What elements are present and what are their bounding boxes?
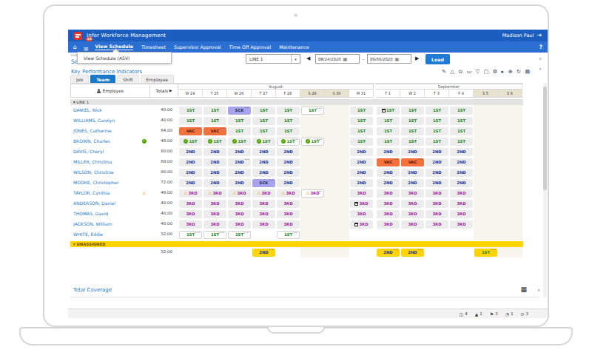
shift-cell-1st[interactable]: 1ST (377, 138, 400, 146)
employee-name-link[interactable]: WILSON, Christine (70, 167, 138, 178)
shift-cell-2nd[interactable]: 2ND (277, 169, 300, 177)
employee-name-link[interactable]: THOMAS, David (70, 209, 138, 219)
date-from-input[interactable]: 08/24/2020 ▦ (315, 54, 360, 64)
employee-name-link[interactable]: JACKSON, William (70, 219, 138, 229)
shift-cell-1st[interactable]: 1ST··· (179, 231, 202, 239)
shift-cell-2nd[interactable]: 2ND··· (401, 249, 424, 257)
alert-icon[interactable]: △ (450, 69, 454, 75)
view-schedule-dropdown-option[interactable]: View Schedule (ASV) (77, 52, 172, 64)
print-icon[interactable]: ▤ (525, 69, 530, 75)
shift-cell-3rd[interactable]: 3RD (377, 189, 400, 198)
shift-cell-1st[interactable]: 1ST (426, 127, 448, 135)
shift-cell-2nd[interactable]: 2ND (401, 169, 424, 177)
employee-name-link[interactable]: MOORE, Christopher (70, 178, 138, 188)
status-calendar[interactable]: ◫4 (460, 311, 468, 317)
shift-cell-2nd[interactable]: 2ND (377, 148, 400, 156)
shift-cell-vac[interactable]: VAC··· (204, 127, 226, 135)
shift-cell-1st[interactable]: 1ST (401, 107, 424, 115)
target-icon[interactable]: ⊕ (508, 69, 513, 75)
employee-column-header[interactable]: Employee (70, 84, 150, 98)
shift-cell-1st[interactable]: ✓1ST (252, 138, 275, 146)
shift-cell-2nd[interactable]: 2ND (204, 158, 226, 166)
group-bar-line1[interactable]: ▾ LINE 1 (70, 99, 523, 105)
shift-cell-1st[interactable]: 1ST (401, 117, 424, 125)
logout-icon[interactable]: ⇥ (536, 33, 542, 38)
shift-cell-2nd[interactable]: 2ND (179, 148, 202, 156)
shift-cell-3rd[interactable]: 3RD (401, 189, 424, 198)
shift-cell-1st[interactable]: 1ST (228, 117, 251, 125)
shift-cell-3rd[interactable]: ⚠3RD (179, 189, 202, 198)
shift-cell-2nd[interactable]: 2ND (401, 148, 424, 156)
shift-cell-1st[interactable]: 1ST (252, 127, 275, 135)
shift-cell-3rd[interactable]: 3RD (450, 200, 473, 208)
day-column-header[interactable]: T 1 (376, 90, 400, 98)
shift-cell-1st[interactable]: 1ST (204, 107, 226, 115)
shift-cell-3rd[interactable]: 3RD (377, 220, 400, 229)
shift-cell-1st[interactable]: 1ST··· (277, 231, 300, 239)
shift-cell-1st[interactable]: ✓1ST··· (301, 138, 324, 146)
shift-cell-1st[interactable]: 1ST (377, 117, 400, 125)
employee-name-link[interactable]: WILLIAMS, Carolyn (70, 115, 138, 126)
team-select[interactable]: LINE 1 ▾ (246, 54, 300, 64)
nav-item-maintenance[interactable]: Maintenance (279, 44, 309, 50)
shift-cell-3rd[interactable]: 3RD (204, 210, 226, 218)
employee-name-link[interactable]: DANIEL, Nick (70, 105, 138, 115)
day-column-header[interactable]: F 4 (449, 90, 474, 98)
shift-cell-3rd[interactable]: 3RD (401, 210, 424, 218)
totals-column-header[interactable]: Totals▶ (150, 84, 178, 98)
shift-cell-2nd[interactable]: 2ND (350, 179, 373, 187)
shift-cell-3rd[interactable]: 3RD (179, 200, 202, 208)
shift-cell-3rd[interactable]: ⚠3RD (204, 189, 226, 198)
shift-cell-3rd[interactable]: 3RD (426, 200, 448, 208)
shift-cell-1st[interactable]: 1ST (426, 117, 448, 125)
shift-cell-2nd[interactable]: 2ND (377, 169, 400, 177)
shift-cell-1st[interactable]: 1ST··· (301, 107, 324, 115)
shift-cell-1st[interactable]: 1ST (426, 138, 448, 146)
page-icon[interactable]: ▢ (484, 69, 489, 75)
shift-cell-1st[interactable]: 1ST (401, 127, 424, 135)
day-column-header[interactable]: T 27 (252, 90, 276, 98)
record-icon[interactable]: ⊙ (458, 69, 462, 75)
nav-item-time-off-approval[interactable]: Time Off Approval (229, 44, 272, 50)
collapse-grid-icon[interactable]: ∧ (539, 67, 542, 71)
help-button[interactable]: ? (539, 44, 542, 50)
employee-name-link[interactable]: DAVIS, Cheryl (70, 146, 138, 157)
shift-cell-2nd[interactable]: 2ND··· (228, 158, 251, 166)
shift-cell-vac[interactable]: VAC··· (179, 127, 202, 135)
employee-name-link[interactable]: MILLER, Christina (70, 157, 138, 167)
nav-item-timesheet[interactable]: Timesheet (141, 44, 166, 50)
shift-cell-1st[interactable]: 1ST (277, 117, 300, 125)
shift-cell-3rd[interactable]: 3RD (450, 220, 473, 229)
tab-team[interactable]: Team (90, 75, 115, 83)
shift-cell-1st[interactable]: 1ST (377, 107, 400, 115)
shift-cell-sck[interactable]: SCK··· (228, 107, 251, 115)
day-column-header[interactable]: F 28 (276, 90, 300, 98)
shift-cell-2nd[interactable]: 2ND (377, 179, 400, 187)
refresh-icon[interactable]: ↻ (517, 69, 521, 75)
shift-cell-2nd[interactable]: 2ND··· (377, 249, 400, 257)
shift-cell-3rd[interactable]: ⚠3RD (277, 189, 300, 198)
day-column-header[interactable]: W 26 (227, 90, 252, 98)
employee-name-link[interactable]: BROWN, Charles (70, 136, 138, 146)
shift-cell-2nd[interactable]: 2ND (228, 179, 251, 187)
shift-cell-3rd[interactable]: 3RD (377, 200, 400, 208)
shift-cell-2nd[interactable]: 2ND (401, 179, 424, 187)
shift-cell-1st[interactable]: 1ST (277, 107, 300, 115)
status-clock[interactable]: ◔1 (505, 311, 514, 317)
shift-cell-1st[interactable]: 1ST (450, 117, 473, 125)
calendar-icon[interactable]: ▦ (343, 56, 348, 61)
shift-cell-vac[interactable]: VAC··· (377, 158, 400, 166)
shift-cell-1st[interactable]: 1ST (426, 107, 448, 115)
calendar-icon[interactable]: ▦ (395, 56, 400, 61)
shift-cell-3rd[interactable]: 3RD (450, 189, 473, 198)
day-column-header[interactable]: S 6 (498, 90, 522, 98)
shift-cell-2nd[interactable]: 2ND (252, 169, 275, 177)
shift-cell-3rd[interactable]: 3RD (401, 200, 424, 208)
shift-cell-2nd[interactable]: 2ND (450, 179, 473, 187)
shift-cell-1st[interactable]: ✓1ST (204, 138, 226, 146)
shift-cell-1st[interactable]: 1ST (350, 138, 373, 146)
shift-cell-2nd[interactable]: 2ND··· (252, 249, 275, 257)
shift-cell-1st[interactable]: 1ST (204, 117, 226, 125)
day-column-header[interactable]: S 30 (325, 90, 349, 98)
shift-cell-3rd[interactable]: 3RD (277, 210, 300, 218)
